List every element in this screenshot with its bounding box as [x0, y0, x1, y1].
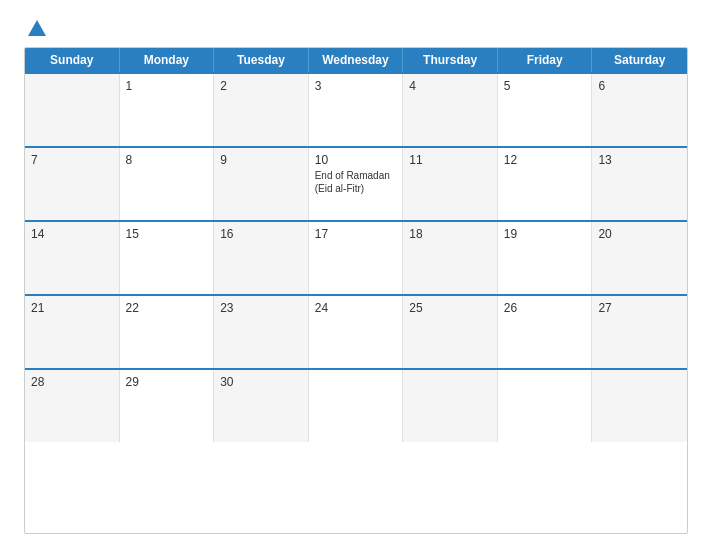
day-number: 25 [409, 301, 491, 315]
cal-cell-w4-d2: 23 [214, 296, 309, 368]
cal-cell-w1-d1: 1 [120, 74, 215, 146]
day-number: 21 [31, 301, 113, 315]
cal-cell-w1-d2: 2 [214, 74, 309, 146]
cal-cell-w2-d0: 7 [25, 148, 120, 220]
header-monday: Monday [120, 48, 215, 72]
cal-cell-w3-d6: 20 [592, 222, 687, 294]
cal-cell-w4-d0: 21 [25, 296, 120, 368]
day-event: End of Ramadan (Eid al-Fitr) [315, 169, 397, 195]
calendar-body: 12345678910End of Ramadan (Eid al-Fitr)1… [25, 72, 687, 442]
cal-cell-w1-d6: 6 [592, 74, 687, 146]
cal-cell-w4-d4: 25 [403, 296, 498, 368]
header-sunday: Sunday [25, 48, 120, 72]
header-friday: Friday [498, 48, 593, 72]
day-number: 18 [409, 227, 491, 241]
cal-cell-w5-d4 [403, 370, 498, 442]
day-number: 2 [220, 79, 302, 93]
cal-cell-w5-d5 [498, 370, 593, 442]
day-number: 22 [126, 301, 208, 315]
day-number: 26 [504, 301, 586, 315]
cal-cell-w2-d3: 10End of Ramadan (Eid al-Fitr) [309, 148, 404, 220]
header-saturday: Saturday [592, 48, 687, 72]
day-number: 16 [220, 227, 302, 241]
day-number: 24 [315, 301, 397, 315]
day-number: 17 [315, 227, 397, 241]
cal-cell-w2-d5: 12 [498, 148, 593, 220]
day-number: 30 [220, 375, 302, 389]
header-tuesday: Tuesday [214, 48, 309, 72]
cal-cell-w2-d1: 8 [120, 148, 215, 220]
day-number: 14 [31, 227, 113, 241]
header-thursday: Thursday [403, 48, 498, 72]
day-number: 13 [598, 153, 681, 167]
day-number: 12 [504, 153, 586, 167]
cal-cell-w4-d1: 22 [120, 296, 215, 368]
cal-cell-w1-d4: 4 [403, 74, 498, 146]
cal-cell-w4-d6: 27 [592, 296, 687, 368]
cal-cell-w1-d3: 3 [309, 74, 404, 146]
logo [24, 20, 50, 37]
cal-cell-w3-d1: 15 [120, 222, 215, 294]
day-number: 29 [126, 375, 208, 389]
cal-cell-w3-d4: 18 [403, 222, 498, 294]
page: Sunday Monday Tuesday Wednesday Thursday… [0, 0, 712, 550]
day-number: 23 [220, 301, 302, 315]
day-number: 5 [504, 79, 586, 93]
cal-cell-w3-d3: 17 [309, 222, 404, 294]
cal-cell-w2-d4: 11 [403, 148, 498, 220]
cal-cell-w3-d0: 14 [25, 222, 120, 294]
week-row-5: 282930 [25, 368, 687, 442]
cal-cell-w4-d5: 26 [498, 296, 593, 368]
week-row-3: 14151617181920 [25, 220, 687, 294]
calendar: Sunday Monday Tuesday Wednesday Thursday… [24, 47, 688, 534]
cal-cell-w5-d0: 28 [25, 370, 120, 442]
week-row-1: 123456 [25, 72, 687, 146]
cal-cell-w1-d0 [25, 74, 120, 146]
week-row-4: 21222324252627 [25, 294, 687, 368]
day-number: 8 [126, 153, 208, 167]
day-number: 20 [598, 227, 681, 241]
cal-cell-w5-d3 [309, 370, 404, 442]
cal-cell-w5-d6 [592, 370, 687, 442]
day-number: 1 [126, 79, 208, 93]
week-row-2: 78910End of Ramadan (Eid al-Fitr)111213 [25, 146, 687, 220]
day-number: 3 [315, 79, 397, 93]
day-number: 6 [598, 79, 681, 93]
cal-cell-w3-d5: 19 [498, 222, 593, 294]
calendar-header: Sunday Monday Tuesday Wednesday Thursday… [25, 48, 687, 72]
day-number: 9 [220, 153, 302, 167]
cal-cell-w5-d1: 29 [120, 370, 215, 442]
cal-cell-w5-d2: 30 [214, 370, 309, 442]
day-number: 27 [598, 301, 681, 315]
day-number: 28 [31, 375, 113, 389]
day-number: 10 [315, 153, 397, 167]
day-number: 11 [409, 153, 491, 167]
header-wednesday: Wednesday [309, 48, 404, 72]
cal-cell-w4-d3: 24 [309, 296, 404, 368]
day-number: 15 [126, 227, 208, 241]
header [24, 20, 688, 37]
cal-cell-w2-d2: 9 [214, 148, 309, 220]
logo-triangle-icon [28, 20, 46, 36]
cal-cell-w1-d5: 5 [498, 74, 593, 146]
day-number: 4 [409, 79, 491, 93]
cal-cell-w3-d2: 16 [214, 222, 309, 294]
day-number: 7 [31, 153, 113, 167]
cal-cell-w2-d6: 13 [592, 148, 687, 220]
day-number: 19 [504, 227, 586, 241]
